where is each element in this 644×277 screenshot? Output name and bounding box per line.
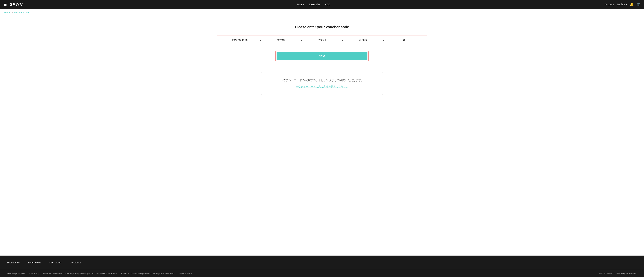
voucher-input-container: - - - - xyxy=(217,35,427,45)
footer-legal-info[interactable]: Legal Information and notices required b… xyxy=(43,272,117,275)
footer-nav-event-notes[interactable]: Event Notes xyxy=(28,261,41,264)
language-selector[interactable]: English ▾ xyxy=(617,3,627,6)
voucher-segment-1[interactable] xyxy=(222,39,258,42)
header-right: Account English ▾ 🔔 🛒 xyxy=(605,2,640,6)
voucher-segment-3[interactable] xyxy=(304,39,340,42)
page-title: Please enter your voucher code xyxy=(295,25,349,29)
nav-event-list[interactable]: Event List xyxy=(309,3,320,6)
footer: Past Events Event Notes User Guide Conta… xyxy=(0,256,644,277)
footer-bottom: Operating Company User Policy Legal Info… xyxy=(0,270,644,277)
footer-nav: Past Events Event Notes User Guide Conta… xyxy=(7,261,637,264)
nav-account[interactable]: Account xyxy=(605,3,614,6)
header: ☰ SPWN Home Event List VOD Account Engli… xyxy=(0,0,644,9)
header-left: ☰ SPWN xyxy=(4,2,23,7)
main-nav: Home Event List VOD xyxy=(297,3,330,6)
voucher-segment-5[interactable] xyxy=(386,39,422,42)
notification-bell-icon[interactable]: 🔔 xyxy=(630,2,634,6)
footer-copyright: © 2019 Balus CO., LTD. All rights reserv… xyxy=(599,272,637,275)
breadcrumb-separator: > xyxy=(11,11,13,14)
language-label: English xyxy=(617,3,625,6)
voucher-segment-2[interactable] xyxy=(263,39,299,42)
breadcrumb: Home > Voucher Code xyxy=(0,9,644,16)
voucher-sep-2: - xyxy=(301,39,302,42)
voucher-sep-1: - xyxy=(260,39,261,42)
footer-user-policy[interactable]: User Policy xyxy=(29,272,39,275)
next-button[interactable]: Next xyxy=(276,52,368,60)
footer-top: Past Events Event Notes User Guide Conta… xyxy=(0,256,644,270)
breadcrumb-home-link[interactable]: Home xyxy=(4,11,10,14)
voucher-segment-4[interactable] xyxy=(345,39,381,42)
info-box-text: バウチャーコードの入力方法は下記リンクよりご確認いただけます。 xyxy=(268,79,376,82)
footer-payment-services[interactable]: Provision of information pursuant to the… xyxy=(121,272,175,275)
footer-nav-user-guide[interactable]: User Guide xyxy=(49,261,61,264)
voucher-sep-4: - xyxy=(383,39,384,42)
footer-nav-contact-us[interactable]: Contact Us xyxy=(70,261,81,264)
nav-home[interactable]: Home xyxy=(297,3,304,6)
shopping-cart-icon[interactable]: 🛒 xyxy=(636,2,640,6)
footer-operating-company[interactable]: Operating Company xyxy=(7,272,25,275)
footer-nav-past-events[interactable]: Past Events xyxy=(7,261,20,264)
info-box: バウチャーコードの入力方法は下記リンクよりご確認いただけます。 バウチャーコード… xyxy=(261,72,383,95)
voucher-sep-3: - xyxy=(342,39,343,42)
site-logo[interactable]: SPWN xyxy=(10,2,23,7)
footer-bottom-links: Operating Company User Policy Legal Info… xyxy=(7,272,192,275)
menu-icon[interactable]: ☰ xyxy=(4,2,7,6)
nav-vod[interactable]: VOD xyxy=(325,3,330,6)
info-box-link[interactable]: バウチャーコードの入力方法を教えてください xyxy=(296,85,348,88)
main-content: Please enter your voucher code - - - - N… xyxy=(0,16,644,256)
chevron-down-icon: ▾ xyxy=(626,3,627,6)
next-button-wrapper: Next xyxy=(276,51,368,61)
breadcrumb-current: Voucher Code xyxy=(14,11,28,14)
footer-privacy-policy[interactable]: Privacy Policy xyxy=(180,272,192,275)
